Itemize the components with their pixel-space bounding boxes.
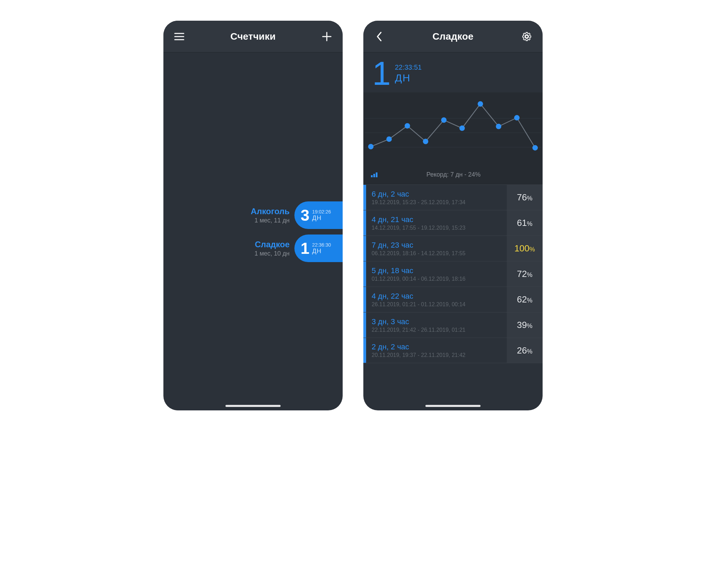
- counter-row[interactable]: Сладкое1 мес, 10 дн122:36:30ДН: [163, 234, 343, 263]
- history-row[interactable]: 7 дн, 23 час06.12.2019, 18:16 - 14.12.20…: [363, 236, 543, 261]
- history-range: 20.11.2019, 19:37 - 22.11.2019, 21:42: [372, 352, 501, 358]
- history-row[interactable]: 6 дн, 2 час19.12.2019, 15:23 - 25.12.201…: [363, 185, 543, 210]
- history-pct: 39%: [517, 320, 533, 330]
- history-pct-wrap: 26%: [507, 338, 543, 363]
- counter-pill: 122:36:30ДН: [294, 235, 343, 262]
- streak-time: 22:33:51: [395, 63, 422, 71]
- history-main: 6 дн, 2 час19.12.2019, 15:23 - 25.12.201…: [366, 185, 507, 210]
- add-icon[interactable]: [319, 29, 334, 44]
- history-main: 4 дн, 21 час14.12.2019, 17:55 - 19.12.20…: [366, 210, 507, 236]
- history-pct-wrap: 61%: [507, 210, 543, 236]
- counters-list: Алкоголь1 мес, 11 дн319:02:26ДНСладкое1 …: [163, 52, 343, 410]
- counter-age: 1 мес, 11 дн: [251, 217, 290, 224]
- menu-icon[interactable]: [172, 29, 187, 44]
- history-pct-wrap: 100%: [507, 236, 543, 261]
- svg-point-12: [441, 118, 447, 123]
- svg-point-17: [532, 145, 538, 151]
- history-main: 3 дн, 3 час22.11.2019, 21:42 - 26.11.201…: [366, 312, 507, 338]
- history-accent-bar: [363, 338, 366, 363]
- history-pct: 61%: [517, 218, 533, 228]
- history-pct: 62%: [517, 294, 533, 305]
- svg-point-14: [478, 101, 483, 107]
- history-pct: 76%: [517, 192, 533, 203]
- history-range: 26.11.2019, 01:21 - 01.12.2019, 00:14: [372, 301, 501, 308]
- pill-number: 3: [301, 207, 310, 223]
- counter-label: Алкоголь1 мес, 11 дн: [251, 207, 290, 224]
- chart-panel: Рекорд: 7 дн - 24%: [363, 92, 543, 185]
- counter-label: Сладкое1 мес, 10 дн: [254, 240, 290, 257]
- history-row[interactable]: 3 дн, 3 час22.11.2019, 21:42 - 26.11.201…: [363, 312, 543, 338]
- history-main: 4 дн, 22 час26.11.2019, 01:21 - 01.12.20…: [366, 287, 507, 312]
- pill-time: 22:36:30: [312, 242, 331, 248]
- phone-detail: Сладкое 1 22:33:51 ДН Рекорд: 7 дн - 24%…: [363, 21, 543, 410]
- gear-icon[interactable]: [519, 29, 534, 44]
- history-duration: 3 дн, 3 час: [372, 317, 501, 326]
- counter-name: Алкоголь: [251, 207, 290, 216]
- history-row[interactable]: 4 дн, 22 час26.11.2019, 01:21 - 01.12.20…: [363, 287, 543, 312]
- counter-name: Сладкое: [254, 240, 290, 249]
- history-accent-bar: [363, 287, 366, 312]
- back-icon[interactable]: [372, 29, 387, 44]
- history-accent-bar: [363, 312, 366, 338]
- page-title: Сладкое: [432, 31, 473, 42]
- detail-content: 1 22:33:51 ДН Рекорд: 7 дн - 24% 6 дн, 2…: [363, 52, 543, 410]
- history-main: 7 дн, 23 час06.12.2019, 18:16 - 14.12.20…: [366, 236, 507, 261]
- history-range: 19.12.2019, 15:23 - 25.12.2019, 17:34: [372, 199, 501, 206]
- streak-unit: ДН: [395, 72, 422, 84]
- pill-unit: ДН: [312, 248, 331, 255]
- history-row[interactable]: 4 дн, 21 час14.12.2019, 17:55 - 19.12.20…: [363, 210, 543, 236]
- history-accent-bar: [363, 185, 366, 210]
- svg-point-9: [386, 137, 392, 142]
- history-pct: 26%: [517, 345, 533, 356]
- history-main: 5 дн, 18 час01.12.2019, 00:14 - 06.12.20…: [366, 261, 507, 287]
- history-range: 06.12.2019, 18:16 - 14.12.2019, 17:55: [372, 250, 501, 257]
- header: Счетчики: [163, 21, 343, 52]
- history-pct: 72%: [517, 269, 533, 279]
- history-accent-bar: [363, 236, 366, 261]
- history-accent-bar: [363, 210, 366, 236]
- history-pct: 100%: [514, 243, 535, 254]
- home-indicator: [225, 405, 281, 407]
- history-pct-wrap: 76%: [507, 185, 543, 210]
- history-pct-wrap: 72%: [507, 261, 543, 287]
- svg-point-11: [423, 139, 428, 144]
- counter-row[interactable]: Алкоголь1 мес, 11 дн319:02:26ДН: [163, 201, 343, 230]
- history-list: 6 дн, 2 час19.12.2019, 15:23 - 25.12.201…: [363, 185, 543, 363]
- pill-number: 1: [301, 240, 310, 256]
- history-duration: 4 дн, 22 час: [372, 292, 501, 301]
- record-label: Рекорд: 7 дн - 24%: [372, 171, 535, 178]
- history-range: 01.12.2019, 00:14 - 06.12.2019, 18:16: [372, 276, 501, 282]
- streak-chart[interactable]: [365, 97, 541, 169]
- svg-point-10: [405, 123, 410, 129]
- svg-point-8: [368, 144, 374, 150]
- history-pct-wrap: 39%: [507, 312, 543, 338]
- history-duration: 4 дн, 21 час: [372, 215, 501, 224]
- svg-point-13: [460, 126, 465, 131]
- history-row[interactable]: 2 дн, 2 час20.11.2019, 19:37 - 22.11.201…: [363, 338, 543, 363]
- history-range: 14.12.2019, 17:55 - 19.12.2019, 15:23: [372, 225, 501, 231]
- history-accent-bar: [363, 261, 366, 287]
- history-duration: 7 дн, 23 час: [372, 241, 501, 250]
- home-indicator: [425, 405, 481, 407]
- svg-point-15: [496, 124, 501, 129]
- page-title: Счетчики: [230, 31, 275, 42]
- current-streak: 1 22:33:51 ДН: [363, 52, 543, 92]
- pill-time: 19:02:26: [312, 209, 331, 215]
- pill-unit: ДН: [312, 215, 331, 222]
- history-duration: 6 дн, 2 час: [372, 190, 501, 199]
- phone-counters: Счетчики Алкоголь1 мес, 11 дн319:02:26ДН…: [163, 21, 343, 410]
- header: Сладкое: [363, 21, 543, 52]
- svg-point-16: [514, 115, 520, 121]
- counter-pill: 319:02:26ДН: [294, 201, 343, 229]
- history-duration: 5 дн, 18 час: [372, 266, 501, 275]
- history-duration: 2 дн, 2 час: [372, 342, 501, 351]
- history-row[interactable]: 5 дн, 18 час01.12.2019, 00:14 - 06.12.20…: [363, 261, 543, 287]
- counter-age: 1 мес, 10 дн: [254, 250, 290, 257]
- history-main: 2 дн, 2 час20.11.2019, 19:37 - 22.11.201…: [366, 338, 507, 363]
- history-pct-wrap: 62%: [507, 287, 543, 312]
- history-range: 22.11.2019, 21:42 - 26.11.2019, 01:21: [372, 327, 501, 333]
- streak-number: 1: [372, 59, 391, 88]
